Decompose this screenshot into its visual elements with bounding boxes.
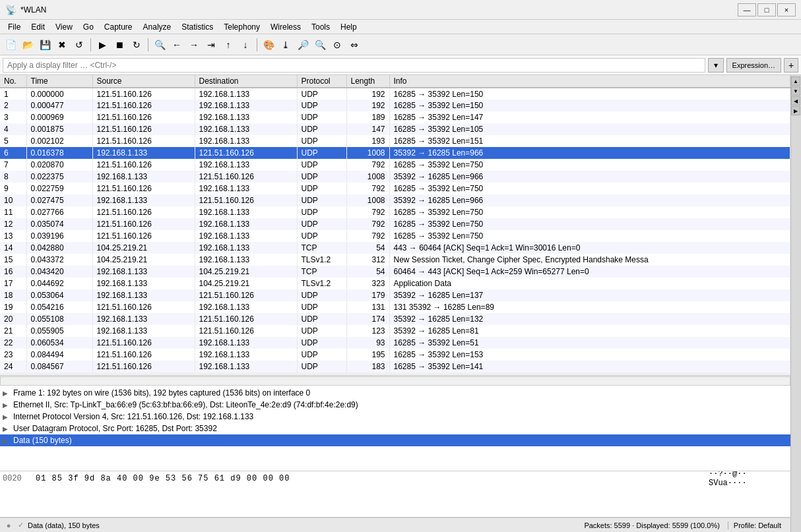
cell-source: 104.25.219.21 [92,242,195,254]
cell-protocol: UDP [297,111,346,123]
col-header-protocol[interactable]: Protocol [297,75,346,88]
window-title: *WLAN [20,5,46,15]
table-row[interactable]: 20.000477121.51.160.126192.168.1.133UDP1… [0,100,790,111]
cell-length: 54 [346,242,389,254]
cell-time: 0.027475 [26,194,92,206]
table-row[interactable]: 170.044692192.168.1.133104.25.219.21TLSv… [0,278,790,289]
detail-row[interactable]: ▶Frame 1: 192 bytes on wire (1536 bits),… [0,387,790,399]
cell-source: 192.168.1.133 [92,278,195,289]
close-button[interactable]: × [777,3,796,16]
side-btn-4[interactable]: ▶ [791,106,800,115]
maximize-button[interactable]: □ [757,3,776,16]
toolbar-open[interactable]: 📂 [20,37,36,53]
table-row[interactable]: 40.001875121.51.160.126192.168.1.133UDP1… [0,123,790,135]
toolbar-restart[interactable]: ↻ [129,37,144,53]
menu-capture[interactable]: Capture [99,21,138,33]
toolbar-forward[interactable]: → [186,37,202,53]
toolbar-start[interactable]: ▶ [94,37,110,53]
toolbar-zoom-reset[interactable]: ⊙ [329,37,345,53]
cell-time: 0.000477 [26,100,92,111]
menu-telephony[interactable]: Telephony [218,21,265,33]
table-row[interactable]: 110.027766121.51.160.126192.168.1.133UDP… [0,206,790,218]
table-row[interactable]: 230.084494121.51.160.126192.168.1.133UDP… [0,349,790,361]
menu-edit[interactable]: Edit [26,21,50,33]
table-row[interactable]: 80.022375192.168.1.133121.51.160.126UDP1… [0,171,790,183]
cell-source: 121.51.160.126 [92,135,195,147]
toolbar-colorize[interactable]: 🎨 [261,37,276,53]
table-row[interactable]: 120.035074121.51.160.126192.168.1.133UDP… [0,218,790,230]
expression-button[interactable]: Expression… [726,58,781,73]
filter-arrow-button[interactable]: ▾ [708,58,724,73]
horizontal-scrollbar-track[interactable] [0,376,790,386]
side-btn-3[interactable]: ◀ [791,96,800,105]
cell-protocol: UDP [297,313,346,325]
table-row[interactable]: 50.002102121.51.160.126192.168.1.133UDP1… [0,135,790,147]
cell-protocol: UDP [297,171,346,183]
toolbar-new[interactable]: 📄 [3,37,18,53]
filter-input[interactable] [3,58,705,73]
col-header-destination[interactable]: Destination [195,75,297,88]
detail-row[interactable]: ▶Data (150 bytes) [0,434,790,446]
table-row[interactable]: 100.027475192.168.1.133121.51.160.126UDP… [0,194,790,206]
add-filter-button[interactable]: + [784,58,798,73]
packet-table-wrapper[interactable]: No. Time Source Destination Protocol Len… [0,75,790,375]
menu-wireless[interactable]: Wireless [265,21,306,33]
table-row[interactable]: 150.043372104.25.219.21192.168.1.133TLSv… [0,254,790,266]
toolbar-close[interactable]: ✖ [54,37,70,53]
menu-view[interactable]: View [50,21,78,33]
menu-statistics[interactable]: Statistics [176,21,218,33]
toolbar-prev[interactable]: ↑ [220,37,236,53]
col-header-source[interactable]: Source [92,75,195,88]
cell-source: 121.51.160.126 [92,301,195,313]
side-btn-1[interactable]: ▲ [791,76,800,86]
col-header-no[interactable]: No. [0,75,26,88]
toolbar-zoom-in[interactable]: 🔎 [295,37,311,53]
horizontal-scrollbar[interactable] [0,375,790,386]
cell-dest: 192.168.1.133 [195,123,297,135]
cell-no: 15 [0,254,26,266]
detail-row[interactable]: ▶Internet Protocol Version 4, Src: 121.5… [0,411,790,423]
table-row[interactable]: 210.055905192.168.1.133121.51.160.126UDP… [0,325,790,337]
table-row[interactable]: 10.000000121.51.160.126192.168.1.133UDP1… [0,88,790,100]
toolbar-stop[interactable]: ⏹ [112,37,127,53]
toolbar-back[interactable]: ← [169,37,185,53]
col-header-info[interactable]: Info [389,75,790,88]
col-header-time[interactable]: Time [26,75,92,88]
toolbar-save[interactable]: 💾 [37,37,53,53]
menu-analyze[interactable]: Analyze [138,21,177,33]
toolbar-autoscroll[interactable]: ⤓ [278,37,294,53]
table-row[interactable]: 240.084567121.51.160.126192.168.1.133UDP… [0,361,790,372]
menu-help[interactable]: Help [335,21,362,33]
col-header-length[interactable]: Length [346,75,389,88]
toolbar-find[interactable]: 🔍 [152,37,168,53]
toolbar-jump[interactable]: ⇥ [203,37,219,53]
side-btn-2[interactable]: ▼ [791,86,800,96]
table-row[interactable]: 220.060534121.51.160.126192.168.1.133UDP… [0,337,790,349]
toolbar-resize[interactable]: ⇔ [346,37,362,53]
cell-protocol: UDP [297,301,346,313]
table-row[interactable]: 190.054216121.51.160.126192.168.1.133UDP… [0,301,790,313]
cell-no: 19 [0,301,26,313]
table-row[interactable]: 60.016378192.168.1.133121.51.160.126UDP1… [0,147,790,159]
table-row[interactable]: 140.042880104.25.219.21192.168.1.133TCP5… [0,242,790,254]
toolbar-next[interactable]: ↓ [238,37,253,53]
cell-source: 121.51.160.126 [92,183,195,194]
menu-file[interactable]: File [3,21,26,33]
menu-go[interactable]: Go [78,21,99,33]
minimize-button[interactable]: — [738,3,756,16]
table-row[interactable]: 200.055108192.168.1.133121.51.160.126UDP… [0,313,790,325]
table-row[interactable]: 90.022759121.51.160.126192.168.1.133UDP7… [0,183,790,194]
cell-length: 192 [346,88,389,100]
table-row[interactable]: 30.000969121.51.160.126192.168.1.133UDP1… [0,111,790,123]
menubar: File Edit View Go Capture Analyze Statis… [0,20,801,34]
detail-row[interactable]: ▶Ethernet II, Src: Tp-LinkT_ba:66:e9 (5c… [0,399,790,411]
menu-tools[interactable]: Tools [306,21,335,33]
table-row[interactable]: 130.039196121.51.160.126192.168.1.133UDP… [0,230,790,242]
toolbar-reload[interactable]: ↺ [71,37,87,53]
table-row[interactable]: 160.043420192.168.1.133104.25.219.21TCP5… [0,266,790,278]
toolbar-zoom-out[interactable]: 🔍 [312,37,328,53]
detail-row[interactable]: ▶User Datagram Protocol, Src Port: 16285… [0,423,790,434]
table-row[interactable]: 70.020870121.51.160.126192.168.1.133UDP7… [0,159,790,171]
table-row[interactable]: 180.053064192.168.1.133121.51.160.126UDP… [0,289,790,301]
cell-dest: 192.168.1.133 [195,159,297,171]
